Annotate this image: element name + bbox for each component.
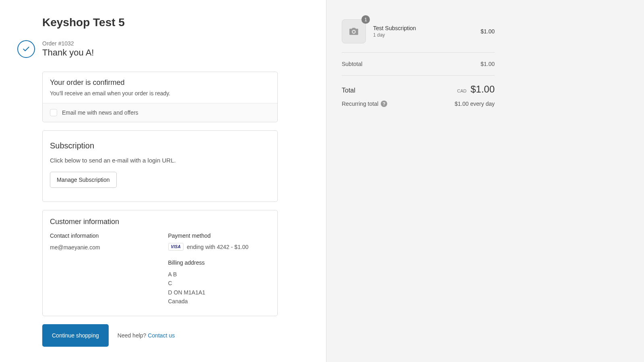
- contact-label: Contact information: [50, 232, 152, 239]
- order-number: Order #1032: [42, 40, 94, 47]
- order-summary-sidebar: 1 Test Subscription 1 day $1.00 Subtotal…: [326, 0, 644, 362]
- recurring-value: $1.00 every day: [454, 101, 495, 107]
- subtotal-label: Subtotal: [342, 61, 362, 67]
- billing-address: A B C D ON M1A1A1 Canada: [168, 270, 270, 306]
- payment-label: Payment method: [168, 232, 270, 239]
- subtotal-value: $1.00: [481, 61, 495, 67]
- currency-code: CAD: [457, 88, 466, 93]
- manage-subscription-button[interactable]: Manage Subscription: [50, 172, 117, 188]
- customer-info-heading: Customer information: [50, 218, 270, 226]
- customer-info-card: Customer information Contact information…: [42, 210, 278, 316]
- check-icon: [17, 40, 35, 58]
- thank-you-message: Thank you A!: [42, 47, 94, 58]
- item-name: Test Subscription: [373, 25, 473, 31]
- line-item: 1 Test Subscription 1 day $1.00: [342, 19, 495, 53]
- continue-shopping-button[interactable]: Continue shopping: [42, 324, 109, 347]
- contact-us-link[interactable]: Contact us: [148, 332, 175, 339]
- order-header: Order #1032 Thank you A!: [17, 40, 278, 58]
- product-thumbnail: [342, 19, 366, 43]
- shop-title: Keyshop Test 5: [42, 16, 278, 29]
- payment-card-text: ending with 4242 - $1.00: [187, 244, 248, 250]
- camera-icon: [349, 27, 359, 36]
- subscription-card: Subscription Click below to send an e-ma…: [42, 130, 278, 202]
- newsletter-label: Email me with news and offers: [62, 109, 138, 116]
- confirmation-card: Your order is confirmed You'll receive a…: [42, 72, 278, 122]
- confirmation-heading: Your order is confirmed: [50, 78, 270, 87]
- subscription-heading: Subscription: [50, 141, 270, 150]
- item-meta: 1 day: [373, 32, 473, 38]
- billing-label: Billing address: [168, 259, 270, 266]
- quantity-badge: 1: [361, 15, 370, 24]
- contact-email: me@maeyanie.com: [50, 243, 152, 252]
- item-price: $1.00: [481, 28, 495, 35]
- help-text: Need help? Contact us: [118, 332, 175, 339]
- subscription-body: Click below to send an e-mail with a log…: [50, 157, 270, 164]
- confirmation-body: You'll receive an email when your order …: [50, 90, 270, 97]
- newsletter-checkbox[interactable]: [50, 109, 57, 116]
- total-label: Total: [342, 87, 355, 94]
- help-icon[interactable]: ?: [381, 101, 387, 107]
- total-value: $1.00: [471, 84, 495, 95]
- visa-icon: VISA: [168, 243, 184, 251]
- recurring-label: Recurring total: [342, 101, 378, 107]
